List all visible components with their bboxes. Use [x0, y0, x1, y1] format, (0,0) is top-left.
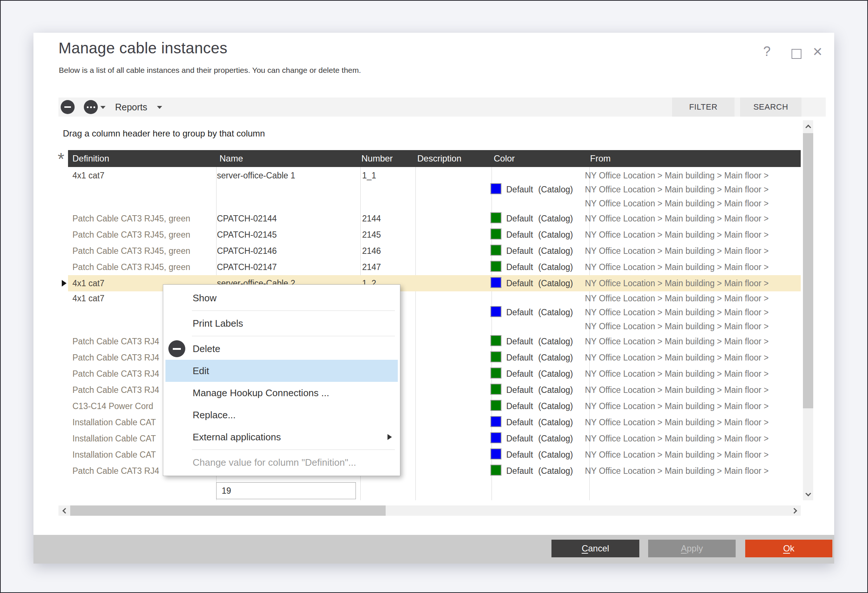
- table-row[interactable]: Patch Cable CAT3 RJ45, greenCPATCH-02147…: [68, 259, 801, 275]
- scroll-left-button[interactable]: [59, 506, 70, 516]
- help-button[interactable]: ?: [763, 44, 771, 59]
- color-swatch: [490, 183, 502, 194]
- cell-definition: Patch Cable CAT3 RJ45, green: [72, 259, 190, 275]
- menu-item-label: Replace...: [193, 410, 236, 420]
- cell-definition: Patch Cable CAT3 RJ4: [72, 366, 159, 382]
- scroll-left-icon: [62, 508, 68, 513]
- reports-dropdown[interactable]: Reports: [115, 98, 148, 117]
- cell-from: NY Office Location > Main building > Mai…: [585, 210, 769, 226]
- cell-color-label: Default(Catalog): [506, 382, 573, 398]
- cell-definition: Patch Cable CAT3 RJ4: [72, 463, 159, 479]
- header-asterisk-icon: *: [58, 149, 64, 169]
- color-swatch: [490, 464, 502, 476]
- submenu-arrow-icon: [387, 434, 392, 440]
- menu-item-delete[interactable]: Delete: [163, 338, 400, 360]
- cell-from: NY Office Location > Main building > Mai…: [585, 197, 769, 210]
- color-source-label: (Catalog): [538, 246, 573, 256]
- table-row[interactable]: Patch Cable CAT3 RJ45, greenCPATCH-02146…: [68, 243, 801, 259]
- cell-from: NY Office Location > Main building > Mai…: [585, 333, 769, 349]
- cell-from: NY Office Location > Main building > Mai…: [585, 226, 769, 243]
- toolbar: Reports FILTER SEARCH: [59, 98, 826, 117]
- table-row[interactable]: 4x1 cat7server-office-Cable 11_1NY Offic…: [68, 169, 801, 182]
- chevron-down-icon[interactable]: [100, 106, 106, 109]
- column-header-name[interactable]: Name: [220, 150, 243, 167]
- color-swatch: [490, 400, 502, 411]
- column-header-from[interactable]: From: [590, 150, 611, 167]
- cell-color-label: Default(Catalog): [506, 275, 573, 291]
- cell-editor[interactable]: 19: [216, 482, 356, 499]
- more-options-button[interactable]: [84, 100, 98, 114]
- color-swatch: [490, 245, 502, 256]
- menu-item-manage-hookup-connections[interactable]: Manage Hookup Connections ...: [163, 382, 400, 404]
- cell-color-label: Default(Catalog): [506, 210, 573, 226]
- selected-row-marker-icon: [62, 280, 66, 287]
- scroll-down-button[interactable]: [803, 488, 813, 500]
- color-source-label: (Catalog): [538, 262, 573, 272]
- scroll-right-button[interactable]: [789, 506, 801, 516]
- column-header-color[interactable]: Color: [494, 150, 515, 167]
- menu-item-print-labels[interactable]: Print Labels: [163, 312, 400, 334]
- cell-color-label: Default(Catalog): [506, 226, 573, 243]
- color-swatch: [490, 228, 502, 240]
- column-header-number[interactable]: Number: [362, 150, 393, 167]
- cell-definition: 4x1 cat7: [72, 169, 105, 182]
- menu-item-label: Delete: [193, 343, 220, 354]
- page-subtitle: Below is a list of all cable instances a…: [59, 66, 361, 75]
- column-header-description[interactable]: Description: [417, 150, 461, 167]
- color-source-label: (Catalog): [538, 450, 573, 460]
- cell-definition: Installation Cable CAT: [72, 447, 156, 463]
- search-button[interactable]: SEARCH: [740, 98, 802, 117]
- menu-item-label: External applications: [193, 432, 281, 442]
- menu-item-edit[interactable]: Edit: [165, 360, 398, 382]
- cell-name: server-office-Cable 1: [217, 169, 295, 182]
- minus-circle-icon: [168, 340, 185, 357]
- cell-number: 2145: [362, 226, 381, 243]
- color-source-label: (Catalog): [538, 230, 573, 240]
- table-row[interactable]: NY Office Location > Main building > Mai…: [68, 197, 801, 210]
- cell-color-label: Default(Catalog): [506, 366, 573, 382]
- vertical-scrollbar-thumb[interactable]: [803, 133, 813, 408]
- color-source-label: (Catalog): [538, 417, 573, 427]
- cell-from: NY Office Location > Main building > Mai…: [585, 463, 769, 479]
- cell-from: NY Office Location > Main building > Mai…: [585, 366, 769, 382]
- manage-cable-instances-dialog: Manage cable instances Below is a list o…: [34, 33, 834, 563]
- apply-button[interactable]: Apply: [648, 540, 736, 558]
- color-source-label: (Catalog): [538, 353, 573, 362]
- cell-definition: Patch Cable CAT3 RJ4: [72, 382, 159, 398]
- scroll-up-button[interactable]: [803, 120, 813, 133]
- cell-from: NY Office Location > Main building > Mai…: [585, 382, 769, 398]
- cell-color-label: Default(Catalog): [506, 349, 573, 366]
- color-swatch: [490, 277, 502, 288]
- color-swatch: [490, 384, 502, 395]
- horizontal-scrollbar-thumb[interactable]: [70, 506, 386, 516]
- cancel-button[interactable]: Cancel: [551, 540, 639, 558]
- cell-color-label: Default(Catalog): [506, 333, 573, 349]
- column-header-definition[interactable]: Definition: [72, 150, 109, 167]
- scroll-up-icon: [805, 125, 811, 130]
- cell-from: NY Office Location > Main building > Mai…: [585, 430, 769, 447]
- ok-button[interactable]: Ok: [745, 540, 833, 558]
- color-swatch: [490, 416, 502, 427]
- cell-color-label: Default(Catalog): [506, 398, 573, 414]
- menu-item-external-applications[interactable]: External applications: [163, 426, 400, 448]
- menu-item-show[interactable]: Show: [163, 287, 400, 309]
- vertical-scrollbar[interactable]: [803, 120, 813, 500]
- table-row[interactable]: Patch Cable CAT3 RJ45, greenCPATCH-02144…: [68, 210, 801, 226]
- chevron-down-icon[interactable]: [157, 106, 162, 109]
- table-row[interactable]: Default(Catalog)NY Office Location > Mai…: [68, 182, 801, 197]
- cell-color-label: Default(Catalog): [506, 243, 573, 259]
- horizontal-scrollbar[interactable]: [59, 506, 801, 516]
- close-button[interactable]: ×: [813, 42, 822, 61]
- cell-definition: Installation Cable CAT: [72, 414, 156, 430]
- filter-button[interactable]: FILTER: [672, 98, 735, 117]
- cell-color-label: Default(Catalog): [506, 414, 573, 430]
- cell-definition: Patch Cable CAT3 RJ45, green: [72, 243, 190, 259]
- table-row[interactable]: Patch Cable CAT3 RJ45, greenCPATCH-02145…: [68, 226, 801, 243]
- cell-definition: 4x1 cat7: [72, 291, 105, 305]
- menu-item-replace[interactable]: Replace...: [163, 404, 400, 426]
- delete-button[interactable]: [61, 100, 75, 114]
- maximize-button[interactable]: [791, 49, 802, 59]
- cell-from: NY Office Location > Main building > Mai…: [585, 243, 769, 259]
- cell-name: CPATCH-02144: [217, 210, 277, 226]
- footer-bar: Cancel Apply Ok: [34, 535, 834, 563]
